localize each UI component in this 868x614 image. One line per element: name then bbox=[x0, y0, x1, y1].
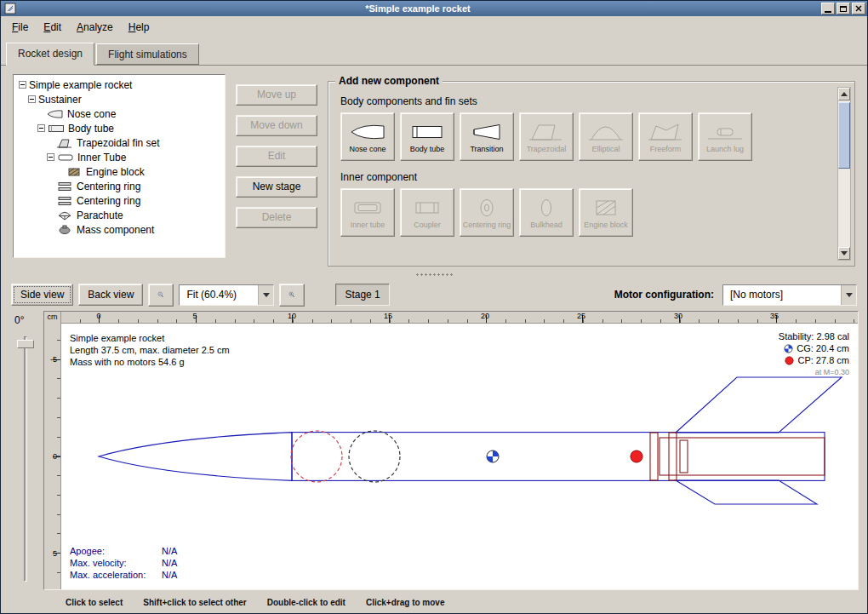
tree-expander[interactable] bbox=[37, 124, 45, 132]
stability-value: Stability: 2.98 cal bbox=[779, 330, 849, 342]
maximize-icon bbox=[840, 6, 847, 12]
stability-info: Stability: 2.98 cal CG: 20.4 cm CP: 27.8… bbox=[779, 330, 849, 378]
new-stage-button[interactable]: New stage bbox=[236, 176, 317, 198]
close-button[interactable] bbox=[852, 3, 865, 14]
mass-component-outline[interactable] bbox=[349, 431, 400, 482]
tree-item-centering-ring-1[interactable]: Centering ring bbox=[15, 179, 223, 193]
add-body-tube-button[interactable]: Body tube bbox=[400, 112, 454, 161]
back-view-button[interactable]: Back view bbox=[78, 284, 143, 306]
tree-item-rocket[interactable]: Simple example rocket bbox=[15, 77, 223, 92]
side-view-button[interactable]: Side view bbox=[11, 284, 73, 306]
max-acceleration-value: N/A bbox=[162, 569, 177, 581]
component-tree[interactable]: Simple example rocket Sustainer Nose con… bbox=[13, 74, 226, 258]
tree-expander[interactable] bbox=[19, 81, 26, 89]
move-up-button: Move up bbox=[236, 84, 317, 106]
nose-cone-icon bbox=[348, 121, 387, 143]
tree-item-parachute[interactable]: Parachute bbox=[15, 208, 223, 222]
scroll-up-button[interactable] bbox=[838, 88, 850, 100]
menu-file[interactable]: File bbox=[4, 19, 36, 36]
zoom-out-icon bbox=[157, 286, 164, 303]
body-tube-outline[interactable] bbox=[292, 433, 825, 481]
motor-configuration-select[interactable]: [No motors] bbox=[722, 284, 857, 306]
add-nose-cone-button[interactable]: Nose cone bbox=[340, 112, 395, 161]
scrollbar-thumb[interactable] bbox=[838, 102, 850, 169]
centering-ring-2-outline[interactable] bbox=[669, 433, 677, 480]
stage-1-toggle[interactable]: Stage 1 bbox=[335, 284, 389, 306]
delete-button: Delete bbox=[236, 207, 317, 228]
rocket-info: Simple example rocket Length 37.5 cm, ma… bbox=[70, 332, 230, 368]
hint-click-drag: Click+drag to move bbox=[366, 598, 445, 607]
add-coupler-button: Coupler bbox=[400, 188, 454, 237]
titlebar: *Simple example rocket bbox=[1, 1, 867, 16]
max-velocity-value: N/A bbox=[162, 557, 177, 569]
centering-ring-icon bbox=[467, 197, 506, 219]
elliptical-fin-icon bbox=[586, 121, 625, 143]
window-icon[interactable] bbox=[4, 3, 16, 14]
zoom-in-button[interactable] bbox=[279, 284, 305, 307]
minimize-button[interactable] bbox=[821, 3, 835, 14]
fin-upper-outline[interactable] bbox=[676, 377, 842, 433]
motor-configuration-label: Motor configuration: bbox=[614, 289, 714, 301]
tree-item-inner-tube[interactable]: Inner Tube bbox=[15, 150, 223, 164]
fin-lower-outline[interactable] bbox=[676, 480, 817, 504]
nose-cone-outline[interactable] bbox=[99, 433, 292, 481]
window-title: *Simple example rocket bbox=[16, 1, 819, 16]
rotation-slider-thumb[interactable] bbox=[17, 340, 34, 348]
combo-arrow[interactable] bbox=[258, 285, 273, 305]
maximize-button[interactable] bbox=[837, 3, 850, 14]
add-elliptical-fin-button: Elliptical bbox=[579, 112, 633, 161]
trapezoidal-fin-icon bbox=[527, 121, 566, 143]
scrollbar-track[interactable] bbox=[838, 100, 850, 247]
component-scrollbar[interactable] bbox=[837, 87, 851, 261]
view-toolbar: Side view Back view Fit (60.4%) Stage 1 … bbox=[1, 278, 867, 311]
h-ruler-major-ticks bbox=[99, 315, 858, 323]
inner-components-row: Inner tube Coupler Centering ring Bulkhe… bbox=[340, 188, 831, 237]
menu-analyze[interactable]: Analyze bbox=[69, 19, 121, 36]
tabstrip: Rocket design Flight simulations bbox=[1, 38, 867, 66]
engine-block-outline[interactable] bbox=[680, 440, 688, 473]
parachute-outline[interactable] bbox=[291, 431, 342, 482]
inner-tube-outline[interactable] bbox=[660, 438, 825, 475]
tree-expander[interactable] bbox=[47, 153, 54, 161]
tab-flight-simulations[interactable]: Flight simulations bbox=[96, 43, 199, 65]
parachute-icon bbox=[56, 210, 73, 221]
rocket-dimensions: Length 37.5 cm, max. diameter 2.5 cm bbox=[70, 344, 230, 356]
rotation-slider-track[interactable] bbox=[24, 336, 27, 582]
transition-icon bbox=[467, 121, 506, 143]
chevron-down-icon bbox=[846, 293, 853, 297]
coupler-icon bbox=[408, 197, 447, 219]
scroll-down-button[interactable] bbox=[838, 247, 850, 260]
tree-item-sustainer[interactable]: Sustainer bbox=[15, 92, 223, 106]
split-divider[interactable] bbox=[1, 270, 867, 278]
tree-item-mass-component[interactable]: Mass component bbox=[15, 222, 223, 237]
add-transition-button[interactable]: Transition bbox=[460, 112, 514, 161]
menu-help[interactable]: Help bbox=[121, 19, 157, 36]
splitter-grip[interactable] bbox=[415, 273, 453, 277]
arrow-up-icon bbox=[841, 92, 848, 96]
add-engine-block-button: Engine block bbox=[579, 188, 633, 237]
body-components-row: Nose cone Body tube Transition Trapezoid… bbox=[340, 112, 831, 161]
tree-item-engine-block[interactable]: Engine block bbox=[15, 164, 223, 179]
apogee-label: Apogee: bbox=[70, 545, 160, 557]
centering-ring-icon bbox=[56, 181, 73, 192]
tree-expander[interactable] bbox=[28, 95, 36, 103]
tree-item-fin-set[interactable]: Trapezoidal fin set bbox=[15, 135, 223, 150]
cg-value: CG: 20.4 cm bbox=[779, 342, 849, 354]
tree-item-body-tube[interactable]: Body tube bbox=[15, 121, 223, 135]
tree-item-centering-ring-2[interactable]: Centering ring bbox=[15, 193, 223, 208]
rotation-control: 0° bbox=[9, 311, 43, 594]
zoom-out-button[interactable] bbox=[148, 284, 174, 307]
hint-shift-click: Shift+click to select other bbox=[143, 598, 246, 607]
add-trapezoidal-fin-button: Trapezoidal bbox=[519, 112, 574, 161]
tree-item-nose-cone[interactable]: Nose cone bbox=[15, 106, 223, 121]
tab-rocket-design[interactable]: Rocket design bbox=[6, 43, 94, 66]
menu-edit[interactable]: Edit bbox=[36, 19, 69, 36]
rocket-canvas[interactable]: 0 5 10 15 20 25 30 35 cm -5 0 5 bbox=[43, 311, 859, 590]
centering-ring-1-outline[interactable] bbox=[650, 433, 658, 480]
zoom-level-select[interactable]: Fit (60.4%) bbox=[179, 284, 274, 306]
cp-marker bbox=[631, 450, 642, 462]
add-freeform-fin-button: Freeform bbox=[638, 112, 693, 161]
combo-arrow[interactable] bbox=[841, 285, 856, 305]
body-tube-icon bbox=[408, 121, 447, 143]
menubar: File Edit Analyze Help bbox=[1, 16, 867, 38]
